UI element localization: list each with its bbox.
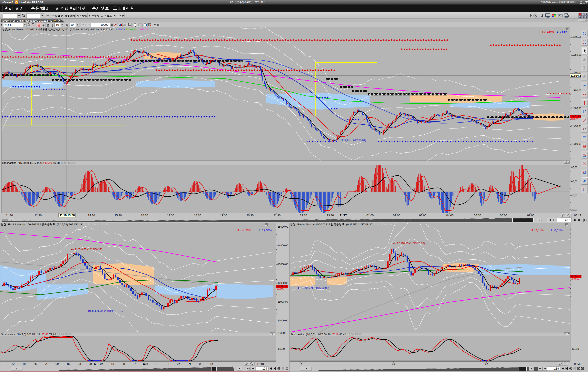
svg-text:_E-mini Nasdaq100-202212: _E-mini Nasdaq100-202212 <box>7 28 38 31</box>
svg-text:A: A <box>45 362 47 365</box>
svg-text:18:30: 18:30 <box>194 214 201 217</box>
svg-text:04:00: 04:00 <box>446 214 453 217</box>
svg-text:10000: 10000 <box>100 23 108 26</box>
svg-text:H: -1,60%: H: -1,60% <box>542 30 554 33</box>
svg-text:16:30: 16:30 <box>141 214 148 217</box>
svg-text:Stochastics (10,5,5) 2022/11/: Stochastics (10,5,5) 2022/11/18 <box>1 333 41 336</box>
svg-text:R: R <box>585 171 586 173</box>
svg-text:15: 15 <box>299 362 302 365</box>
svg-text:11894.5: 11894.5 <box>570 74 581 77</box>
svg-text:80,00: 80,00 <box>571 166 578 169</box>
svg-text:25: 25 <box>177 362 180 365</box>
svg-text:YesTRADER: YesTRADER <box>27 1 44 4</box>
svg-text:23:30: 23:30 <box>327 214 334 217</box>
svg-text:11:30: 11:30 <box>6 214 13 217</box>
svg-text:10,484,75 (2022/10/14): 10,484,75 (2022/10/14) <box>88 309 115 312</box>
svg-text:11,712,72 (11/17 00:57): 11,712,72 (11/17 00:57) <box>338 139 366 142</box>
svg-text:77,46: 77,46 <box>42 333 49 336</box>
svg-text:47,11: 47,11 <box>332 333 338 336</box>
svg-text:05:00: 05:00 <box>474 214 481 217</box>
svg-text:11950,00: 11950,00 <box>571 53 581 56</box>
svg-text:eFriend: eFriend <box>2 0 13 4</box>
svg-text:_E-mini Nasdaq100-202212 -: _E-mini Nasdaq100-202212 - <box>15 19 50 22</box>
svg-text:60,00: 60,00 <box>571 180 578 183</box>
svg-text:12: 12 <box>11 362 15 365</box>
svg-text:100,00: 100,00 <box>278 332 286 334</box>
svg-text:40,00: 40,00 <box>571 194 578 197</box>
svg-text:):08:10:09 (454): ):08:10:09 (454) <box>561 1 576 3</box>
svg-text:14:30: 14:30 <box>88 214 95 217</box>
svg-text:H: -2,81%: H: -2,81% <box>531 229 544 232</box>
svg-text:50,00: 50,00 <box>572 347 579 350</box>
svg-text:2: 2 <box>582 13 584 16</box>
svg-text:04: 04 <box>145 362 148 365</box>
svg-text:11,775,72: 11,775,72 <box>115 28 126 31</box>
svg-text:0,06%: 0,06% <box>571 118 578 121</box>
svg-text:138: 138 <box>554 367 559 370</box>
svg-text:(9,26,52) 2022/11/18: (9,26,52) 2022/11/18 <box>55 223 82 226</box>
svg-text:08:12: 08:12 <box>574 214 581 217</box>
svg-text:0,06%: 0,06% <box>571 278 579 281</box>
svg-text:12:30: 12:30 <box>34 214 42 217</box>
svg-text:15000,00: 15000,00 <box>278 225 288 228</box>
svg-text:13,740,75 (2022/08/17): 13,740,75 (2022/08/17) <box>75 248 102 251</box>
svg-text:11778,25: 11778,25 <box>570 115 581 118</box>
svg-text:S: S <box>94 362 96 365</box>
svg-text:26: 26 <box>33 362 37 365</box>
svg-text:L: 0,56%: L: 0,56% <box>557 30 567 33</box>
svg-text:0,06%: 0,06% <box>277 288 284 291</box>
svg-text:15,00 85,00: 15,00 85,00 <box>60 161 75 164</box>
svg-text:20: 20 <box>122 362 125 365</box>
svg-text:14000,00: 14000,00 <box>278 244 288 247</box>
svg-text:L: 12,34%: L: 12,34% <box>259 229 272 232</box>
svg-text:11/16 13:36: 11/16 13:36 <box>60 213 75 217</box>
svg-text:16: 16 <box>67 362 70 365</box>
svg-text:Stochastics (10,5,5) 11/17 08: Stochastics (10,5,5) 11/17 08:30 <box>290 333 331 336</box>
svg-text:11800,00: 11800,00 <box>571 107 581 110</box>
svg-text:10000,00: 10000,00 <box>278 319 288 322</box>
svg-text:13000,00: 13000,00 <box>278 263 288 266</box>
svg-text:30: 30 <box>56 23 59 26</box>
svg-text:01:00: 01:00 <box>367 214 374 217</box>
svg-text:124: 124 <box>262 367 267 370</box>
svg-text:6: 6 <box>586 16 587 18</box>
svg-text:N: N <box>189 362 191 365</box>
svg-text:(5,30,60,120,240) 11/17 08:12: (5,30,60,120,240) 11/17 08:12 11,777,45 <box>70 28 114 31</box>
svg-text:16: 16 <box>392 362 395 365</box>
svg-text:/: / <box>40 6 41 10</box>
svg-text:[3010]: [3010] <box>2 19 10 22</box>
svg-text:O: O <box>143 362 145 365</box>
svg-text:08:30: 08:30 <box>574 362 581 365</box>
svg-text:08: 08 <box>199 362 202 365</box>
svg-text:17: 17 <box>485 362 488 365</box>
svg-text:56,38: 56,38 <box>52 161 60 164</box>
svg-text:53,59: 53,59 <box>45 161 52 164</box>
svg-text:11,702,00 (11/15 00:00): 11,702,00 (11/15 00:00) <box>301 286 329 289</box>
svg-text:#: # <box>583 171 584 173</box>
svg-text:5_20_60_120_200: 5_20_60_120_200 <box>48 28 68 31</box>
svg-text:5: 5 <box>582 16 584 18</box>
svg-text:(24: (24 <box>244 1 248 3</box>
svg-text:13: 13 <box>111 362 114 365</box>
svg-text:19: 19 <box>22 362 26 365</box>
svg-text:_E-mini Nasdaq100-202212: _E-mini Nasdaq100-202212 <box>296 223 331 226</box>
svg-text:40,44: 40,44 <box>338 333 346 336</box>
svg-text:4: 4 <box>579 16 581 18</box>
svg-text:15:30: 15:30 <box>115 214 122 217</box>
svg-text:11000,00: 11000,00 <box>278 301 288 303</box>
svg-text:06:00: 06:00 <box>500 214 507 217</box>
svg-text:(9,26,52) 11/17 08:30: (9,26,52) 11/17 08:30 <box>345 223 372 226</box>
svg-text:)1577-1282: )1577-1282 <box>253 1 265 3</box>
svg-text:11,421,56 12,112,75: 11,421,56 12,112,75 <box>84 223 109 226</box>
svg-text:12,118,75 (11/15 23:00): 12,118,75 (11/15 23:00) <box>397 242 425 245</box>
svg-text:21:30: 21:30 <box>273 214 281 217</box>
svg-text:17:30: 17:30 <box>167 214 174 217</box>
svg-text:2022/11/17 AM(: 2022/11/17 AM( <box>541 1 556 3</box>
svg-text:11/17: 11/17 <box>340 214 347 217</box>
svg-text:1: 1 <box>579 13 581 16</box>
svg-text:20:30: 20:30 <box>246 214 253 217</box>
svg-text:10: 10 <box>70 23 74 26</box>
svg-text:11/18: 11/18 <box>257 362 264 365</box>
svg-text:15,00 85,00: 15,00 85,00 <box>346 333 362 336</box>
svg-text:27: 27 <box>133 362 136 365</box>
